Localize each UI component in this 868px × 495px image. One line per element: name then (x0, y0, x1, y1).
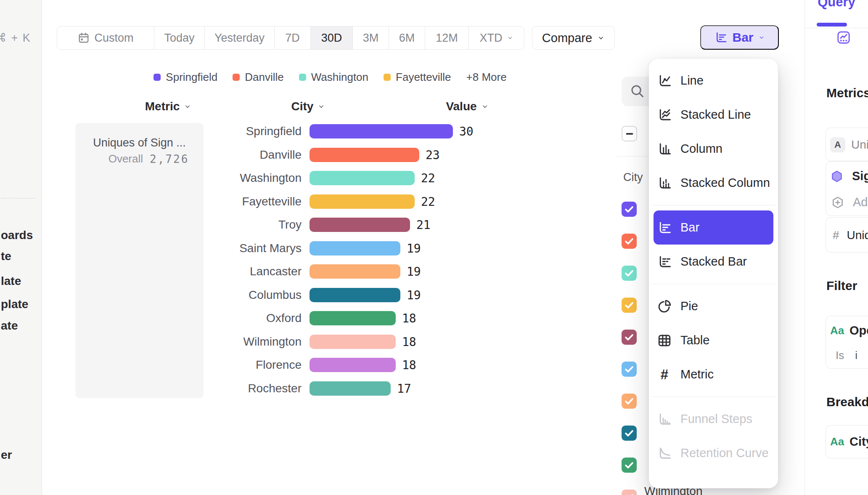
retention-icon (657, 446, 672, 461)
metric-card[interactable]: Uniques of Sign ... Overall 2,726 (75, 123, 204, 398)
date-range-custom[interactable]: Custom (57, 27, 154, 49)
city-checkbox[interactable] (622, 426, 637, 441)
breakdown-card[interactable]: Aa City (826, 425, 868, 458)
bar-category-label: Oxford (202, 311, 302, 325)
date-range-xtd[interactable]: XTD (468, 27, 524, 49)
bar-category-label: Washington (202, 171, 302, 185)
menu-item-label: Metric (680, 367, 714, 381)
bar[interactable] (310, 358, 396, 372)
menu-item-line[interactable]: Line (649, 64, 778, 98)
sidebar-item-clipped[interactable]: er (1, 448, 12, 462)
sidebar-item-clipped[interactable]: oards (1, 229, 33, 242)
event-card: Sig Add (826, 161, 868, 216)
metric-header-label: Metric (145, 100, 180, 113)
bar-row: Troy21 (202, 218, 589, 232)
legend-item[interactable]: Springfield (153, 71, 217, 84)
app-root: ⌘ + K oardstelateplateateer CustomTodayY… (0, 0, 868, 495)
bar-category-label: Wilmington (202, 335, 302, 349)
indeterminate-dash (626, 133, 633, 135)
bar-value-label: 19 (407, 241, 421, 255)
count-label: Uniqu (847, 229, 868, 242)
bar[interactable] (310, 264, 400, 279)
legend-item[interactable]: Danville (233, 71, 284, 84)
date-range-12m[interactable]: 12M (425, 27, 468, 49)
sidebar-divider (805, 28, 868, 28)
city-filter-section-label: City (623, 171, 643, 184)
stacked-bar-icon (657, 254, 672, 269)
city-checkbox[interactable] (622, 394, 637, 409)
legend-item[interactable]: Fayetteville (384, 71, 451, 84)
event-row[interactable]: Sig (826, 169, 868, 183)
chart-type-button[interactable]: Bar (700, 25, 779, 50)
bar[interactable] (310, 241, 400, 255)
bar-value-label: 30 (459, 124, 474, 138)
city-checkbox[interactable] (622, 202, 637, 217)
menu-item-stacked-column[interactable]: Stacked Column (649, 166, 778, 200)
bar[interactable] (310, 148, 419, 162)
city-checkbox[interactable] (622, 490, 637, 495)
city-checkbox[interactable] (622, 362, 637, 377)
bar[interactable] (310, 381, 391, 396)
compare-button[interactable]: Compare (532, 26, 615, 50)
stacked-column-icon (657, 176, 672, 191)
sidebar-item-clipped[interactable]: ate (1, 319, 18, 333)
menu-item-bar[interactable]: Bar (654, 210, 773, 245)
column-header-city[interactable]: City (266, 99, 350, 114)
bar-row: Wilmington18 (202, 335, 589, 349)
bar[interactable] (310, 335, 396, 349)
bar-category-label: Columbus (202, 288, 302, 302)
select-all-checkbox[interactable] (622, 126, 637, 141)
metric-icon: # (657, 367, 672, 382)
bar[interactable] (310, 311, 396, 325)
legend-more-button[interactable]: +8 More (466, 71, 507, 84)
chevron-down-icon (758, 34, 765, 41)
city-checkbox[interactable] (622, 298, 637, 313)
bar-row: Florence18 (202, 358, 589, 372)
bar[interactable] (310, 124, 453, 138)
bar-category-label: Rochester (202, 381, 302, 396)
sidebar-item-clipped[interactable]: te (1, 250, 11, 263)
menu-item-pie[interactable]: Pie (649, 289, 778, 323)
filter-operator: Is (836, 349, 844, 362)
count-card[interactable]: # Uniqu (826, 217, 868, 253)
bar[interactable] (310, 218, 410, 232)
date-range-yesterday[interactable]: Yesterday (204, 27, 274, 49)
bar[interactable] (310, 171, 415, 185)
sidebar-item-clipped[interactable]: late (1, 274, 21, 288)
filter-property-row[interactable]: Aa Ope (826, 324, 868, 338)
chevron-down-icon (318, 103, 325, 110)
funnel-icon (657, 412, 672, 427)
sidebar-item-clipped[interactable]: plate (1, 298, 28, 311)
legend-item[interactable]: Washington (299, 71, 368, 84)
menu-item-label: Funnel Steps (680, 412, 752, 426)
date-range-3m[interactable]: 3M (352, 27, 389, 49)
date-range-today[interactable]: Today (154, 27, 204, 49)
date-range-30d[interactable]: 30D (310, 27, 352, 49)
date-range-6m[interactable]: 6M (389, 27, 425, 49)
city-checkbox[interactable] (622, 266, 637, 281)
date-range-7d[interactable]: 7D (274, 27, 310, 49)
bar-category-label: Saint Marys (202, 241, 302, 255)
menu-item-stacked-line[interactable]: Stacked Line (649, 98, 778, 132)
filter-condition-row[interactable]: Is i (826, 349, 868, 362)
bar-category-label: Fayetteville (202, 194, 302, 209)
menu-item-column[interactable]: Column (649, 132, 778, 166)
column-header-value[interactable]: Value (425, 99, 509, 114)
bar-row: Oxford18 (202, 311, 589, 325)
legend-swatch (384, 74, 391, 81)
menu-item-table[interactable]: Table (649, 323, 778, 357)
tab-query[interactable]: Query (805, 0, 868, 10)
city-checkbox[interactable] (622, 458, 637, 473)
bar[interactable] (310, 288, 400, 302)
compare-label: Compare (542, 31, 592, 45)
filter-value: i (855, 349, 857, 362)
legend-label: Springfield (166, 71, 217, 84)
bar[interactable] (310, 194, 415, 209)
city-checkbox[interactable] (622, 330, 637, 345)
add-event-row[interactable]: Add (826, 195, 868, 209)
city-checkbox[interactable] (622, 234, 637, 249)
metric-type-card[interactable]: A Uniqu (826, 128, 868, 161)
column-header-metric[interactable]: Metric (126, 99, 210, 114)
menu-item-metric[interactable]: #Metric (649, 357, 778, 391)
menu-item-stacked-bar[interactable]: Stacked Bar (649, 245, 778, 279)
